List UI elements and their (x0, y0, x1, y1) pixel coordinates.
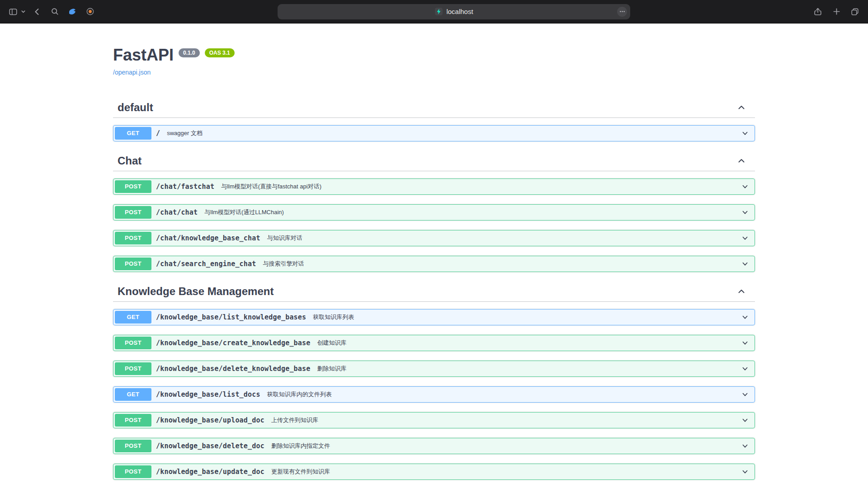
chevron-down-icon (741, 208, 749, 216)
page-title: FastAPI 0.1.0 OAS 3.1 (113, 46, 755, 64)
api-info: FastAPI 0.1.0 OAS 3.1 /openapi.json (113, 23, 755, 76)
expand-endpoint-button[interactable] (741, 468, 749, 476)
api-section: Knowledge Base Management GET /knowledge… (113, 282, 755, 488)
ring-extension-button[interactable] (83, 5, 97, 19)
endpoint-description: 上传文件到知识库 (271, 416, 741, 424)
chevron-down-icon (741, 234, 749, 242)
section-header[interactable]: default (113, 98, 755, 118)
page-options-icon (619, 8, 626, 15)
endpoint-row: POST /knowledge_base/delete_knowledge_ba… (113, 361, 755, 377)
endpoint-summary[interactable]: POST /knowledge_base/create_knowledge_ba… (113, 335, 755, 351)
endpoint-summary[interactable]: GET / swagger 文档 (113, 126, 755, 141)
expand-endpoint-button[interactable] (741, 234, 749, 242)
endpoint-summary[interactable]: POST /knowledge_base/delete_knowledge_ba… (113, 361, 755, 376)
endpoint-summary[interactable]: POST /chat/knowledge_base_chat 与知识库对话 (113, 230, 755, 246)
chevron-down-icon (741, 416, 749, 424)
address-bar[interactable]: localhost (278, 4, 630, 19)
chevron-down-icon (21, 9, 26, 14)
section-title: default (118, 101, 153, 114)
back-button[interactable] (30, 5, 44, 19)
section-header[interactable]: Chat (113, 151, 755, 171)
endpoint-summary[interactable]: POST /chat/chat 与llm模型对话(通过LLMChain) (113, 205, 755, 220)
endpoint-summary[interactable]: POST /knowledge_base/update_doc 更新现有文件到知… (113, 464, 755, 479)
chevron-down-icon (741, 390, 749, 399)
toolbar-center-group: localhost (97, 4, 811, 19)
browser-toolbar: localhost (0, 0, 868, 23)
expand-endpoint-button[interactable] (741, 313, 749, 321)
collapse-section-button[interactable] (737, 156, 746, 165)
search-button[interactable] (48, 5, 61, 19)
chevron-up-icon (737, 103, 746, 112)
version-badge: 0.1.0 (179, 48, 200, 57)
search-icon (51, 7, 59, 16)
endpoint-path: /knowledge_base/create_knowledge_base (156, 339, 311, 347)
sidebar-toggle-button[interactable] (6, 5, 20, 19)
new-tab-icon (832, 7, 841, 16)
api-section: Chat POST /chat/fastchat 与llm模型对话(直接与fas… (113, 151, 755, 272)
chevron-down-icon (741, 339, 749, 347)
chevron-down-icon (741, 365, 749, 373)
expand-endpoint-button[interactable] (741, 339, 749, 347)
bird-extension-button[interactable] (66, 5, 79, 19)
expand-endpoint-button[interactable] (741, 365, 749, 373)
api-section: default GET / swagger 文档 (113, 98, 755, 141)
endpoint-description: 与知识库对话 (267, 234, 741, 242)
endpoint-row: POST /knowledge_base/upload_doc 上传文件到知识库 (113, 412, 755, 428)
endpoint-summary[interactable]: POST /chat/fastchat 与llm模型对话(直接与fastchat… (113, 179, 755, 194)
share-button[interactable] (811, 5, 825, 19)
section-title: Knowledge Base Management (118, 285, 274, 298)
endpoint-path: /knowledge_base/update_doc (156, 468, 264, 476)
expand-endpoint-button[interactable] (741, 416, 749, 424)
endpoint-row: GET / swagger 文档 (113, 125, 755, 141)
expand-endpoint-button[interactable] (741, 208, 749, 216)
endpoint-row: POST /chat/fastchat 与llm模型对话(直接与fastchat… (113, 178, 755, 195)
endpoint-description: 删除知识库内指定文件 (271, 442, 741, 450)
endpoint-summary[interactable]: POST /knowledge_base/upload_doc 上传文件到知识库 (113, 413, 755, 428)
expand-endpoint-button[interactable] (741, 183, 749, 191)
chevron-down-icon (741, 313, 749, 321)
endpoint-summary[interactable]: POST /chat/search_engine_chat 与搜索引擎对话 (113, 256, 755, 272)
expand-endpoint-button[interactable] (741, 390, 749, 399)
section-endpoint-list: GET / swagger 文档 (113, 125, 755, 141)
tab-overview-button[interactable] (848, 5, 862, 19)
endpoint-path: /chat/search_engine_chat (156, 260, 256, 268)
endpoint-summary[interactable]: POST /knowledge_base/delete_doc 删除知识库内指定… (113, 438, 755, 454)
endpoint-method-badge: POST (115, 206, 151, 219)
expand-endpoint-button[interactable] (741, 129, 749, 137)
endpoint-summary[interactable]: GET /knowledge_base/list_knowledge_bases… (113, 310, 755, 325)
page-options-button[interactable] (617, 7, 627, 17)
back-icon (33, 7, 42, 16)
endpoint-row: POST /chat/chat 与llm模型对话(通过LLMChain) (113, 204, 755, 221)
endpoint-method-badge: POST (115, 465, 151, 478)
endpoint-method-badge: POST (115, 232, 151, 244)
endpoint-method-badge: POST (115, 337, 151, 349)
endpoint-path: /knowledge_base/upload_doc (156, 416, 264, 424)
share-icon (813, 7, 822, 16)
endpoint-method-badge: POST (115, 440, 151, 452)
toolbar-right-group (811, 5, 862, 19)
endpoint-path: /chat/chat (156, 208, 198, 216)
content-wrapper: FastAPI 0.1.0 OAS 3.1 /openapi.json defa… (104, 23, 764, 488)
endpoint-path: /knowledge_base/delete_doc (156, 442, 264, 450)
endpoint-summary[interactable]: GET /knowledge_base/list_docs 获取知识库内的文件列… (113, 387, 755, 402)
collapse-section-button[interactable] (737, 287, 746, 296)
endpoint-path: /chat/knowledge_base_chat (156, 234, 260, 242)
expand-endpoint-button[interactable] (741, 442, 749, 450)
section-endpoint-list: POST /chat/fastchat 与llm模型对话(直接与fastchat… (113, 178, 755, 272)
endpoint-method-badge: POST (115, 258, 151, 270)
expand-endpoint-button[interactable] (741, 260, 749, 268)
endpoint-row: GET /knowledge_base/list_knowledge_bases… (113, 309, 755, 325)
endpoint-row: POST /chat/search_engine_chat 与搜索引擎对话 (113, 256, 755, 272)
sidebar-menu-button[interactable] (20, 5, 26, 19)
toolbar-left-group (6, 5, 97, 19)
chevron-down-icon (741, 129, 749, 137)
endpoint-row: GET /knowledge_base/list_docs 获取知识库内的文件列… (113, 386, 755, 403)
collapse-section-button[interactable] (737, 103, 746, 112)
chevron-down-icon (741, 260, 749, 268)
section-header[interactable]: Knowledge Base Management (113, 282, 755, 302)
new-tab-button[interactable] (830, 5, 843, 19)
endpoint-description: 与搜索引擎对话 (263, 260, 741, 268)
openapi-spec-link[interactable]: /openapi.json (113, 69, 151, 76)
api-title-text: FastAPI (113, 46, 174, 64)
section-title: Chat (118, 155, 142, 167)
